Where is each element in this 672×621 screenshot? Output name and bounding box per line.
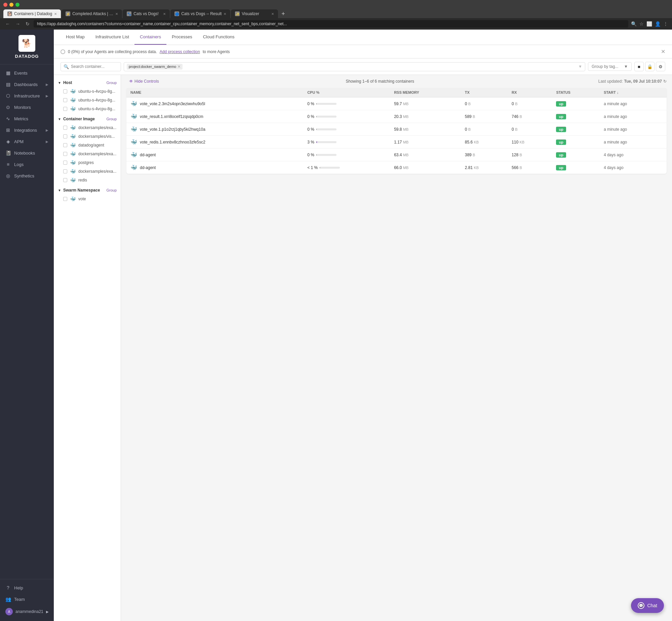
group-action-button[interactable]: Group bbox=[106, 81, 117, 85]
table-row[interactable]: 🐳 vote_result.1.xrri8ocelf1zqsqdp0cm 0 %… bbox=[126, 110, 667, 123]
group-checkbox[interactable] bbox=[63, 143, 67, 147]
minimize-button[interactable] bbox=[9, 3, 13, 7]
group-item-label: postgres bbox=[78, 160, 117, 165]
refresh-icon[interactable]: ↻ bbox=[663, 79, 667, 84]
top-nav-item-containers[interactable]: Containers bbox=[134, 30, 166, 45]
container-icon: 🐳 bbox=[70, 151, 76, 157]
tab-close-button[interactable]: ✕ bbox=[54, 12, 57, 16]
table-row[interactable]: 🐳 vote_redis.1.ennbv8czhnoo3zfe5sc2 3 % … bbox=[126, 136, 667, 149]
group-arrow-icon: ▼ bbox=[58, 189, 61, 192]
sidebar-item-metrics[interactable]: ∿ Metrics bbox=[0, 113, 54, 124]
close-button[interactable] bbox=[3, 3, 7, 7]
group-item[interactable]: 🐳 dockersamples/exa... bbox=[54, 150, 121, 158]
reload-button[interactable]: ↻ bbox=[24, 20, 31, 27]
group-item[interactable]: 🐳 ubuntu-s-4vcpu-8g... bbox=[54, 87, 121, 96]
search-icon[interactable]: 🔍 bbox=[631, 21, 637, 27]
search-container[interactable]: 🔍 bbox=[61, 62, 121, 71]
maximize-button[interactable] bbox=[15, 3, 19, 7]
table-row[interactable]: 🐳 dd-agent < 1 % 66.0 MB 2.81 KB 566 B u… bbox=[126, 161, 667, 174]
sidebar-item-synthetics[interactable]: ◎ Synthetics bbox=[0, 170, 54, 181]
banner-close-button[interactable]: ✕ bbox=[661, 48, 665, 55]
group-item[interactable]: 🐳 vote bbox=[54, 195, 121, 203]
browser-tab-tab3[interactable]: 🐾 Cats vs Dogs! ✕ bbox=[123, 9, 170, 18]
browser-tab-tab5[interactable]: ✨ Visualizer ✕ bbox=[231, 9, 278, 18]
group-item[interactable]: 🐳 postgres bbox=[54, 158, 121, 167]
group-item[interactable]: 🐳 datadog/agent bbox=[54, 141, 121, 150]
group-checkbox[interactable] bbox=[63, 107, 67, 111]
group-section-host: ▼ Host Group 🐳 ubuntu-s-4vcpu-8g... 🐳 ub… bbox=[54, 78, 121, 113]
sidebar-item-infrastructure[interactable]: ⬡ Infrastructure ▶ bbox=[0, 90, 54, 101]
bookmark-icon[interactable]: ☆ bbox=[639, 21, 644, 27]
group-checkbox[interactable] bbox=[63, 89, 67, 93]
group-header-swarm_namespace[interactable]: ▼ Swarm Namespace Group bbox=[54, 186, 121, 195]
rx-unit: B bbox=[519, 166, 522, 170]
group-checkbox[interactable] bbox=[63, 152, 67, 156]
sidebar-item-integrations[interactable]: ⊞ Integrations ▶ bbox=[0, 124, 54, 136]
sidebar-bottom-item-team[interactable]: 👥 Team bbox=[0, 593, 54, 605]
browser-tab-tab1[interactable]: 🐕 Containers | Datadog ✕ bbox=[3, 9, 61, 18]
sidebar-item-logs[interactable]: ≡ Logs bbox=[0, 159, 54, 170]
sidebar-item-dashboards[interactable]: ▤ Dashboards ▶ bbox=[0, 79, 54, 90]
top-nav-item-cloud_functions[interactable]: Cloud Functions bbox=[198, 30, 240, 45]
tab-close-button[interactable]: ✕ bbox=[224, 12, 226, 16]
tab-close-button[interactable]: ✕ bbox=[115, 12, 118, 16]
group-item[interactable]: 🐳 redis bbox=[54, 176, 121, 184]
group-checkbox[interactable] bbox=[63, 161, 67, 165]
top-nav-item-host_map[interactable]: Host Map bbox=[61, 30, 90, 45]
browser-tab-tab2[interactable]: ⚡ Completed Attacks | Grem... ✕ bbox=[62, 9, 122, 18]
settings-button[interactable]: ⚙ bbox=[656, 62, 665, 71]
group-checkbox[interactable] bbox=[63, 169, 67, 173]
sidebar-item-events[interactable]: ▦ Events bbox=[0, 67, 54, 79]
forward-button[interactable]: → bbox=[14, 20, 22, 27]
col-header-start[interactable]: START ↓ bbox=[600, 88, 667, 97]
tab-close-button[interactable]: ✕ bbox=[163, 12, 166, 16]
menu-icon[interactable]: ⋮ bbox=[663, 21, 668, 27]
group-checkbox[interactable] bbox=[63, 178, 67, 182]
new-tab-button[interactable]: + bbox=[279, 9, 288, 18]
group-checkbox[interactable] bbox=[63, 98, 67, 102]
sidebar-item-apm[interactable]: ◈ APM ▶ bbox=[0, 136, 54, 147]
sidebar-item-notebooks[interactable]: 📓 Notebooks bbox=[0, 147, 54, 159]
top-nav-item-infrastructure_list[interactable]: Infrastructure List bbox=[90, 30, 134, 45]
tag-remove-button[interactable]: ✕ bbox=[177, 65, 181, 69]
sidebar-user[interactable]: A anammedina21 ▶ bbox=[0, 605, 54, 618]
sidebar-item-monitors[interactable]: ⊙ Monitors bbox=[0, 101, 54, 113]
url-input[interactable] bbox=[34, 20, 628, 28]
group-header-container_image[interactable]: ▼ Container Image Group bbox=[54, 115, 121, 123]
group-item[interactable]: 🐳 ubuntu-s-4vcpu-8g... bbox=[54, 105, 121, 113]
banner-link[interactable]: Add process collection bbox=[160, 49, 200, 54]
memory-cell: 1.17 MB bbox=[390, 136, 461, 149]
group-action-button[interactable]: Group bbox=[106, 188, 117, 192]
group-action-button[interactable]: Group bbox=[106, 117, 117, 121]
back-button[interactable]: ← bbox=[4, 20, 11, 27]
group-item[interactable]: 🐳 dockersamples/exa... bbox=[54, 123, 121, 132]
group-by-dropdown[interactable]: Group by tag... ▼ bbox=[588, 62, 632, 71]
screenshot-icon[interactable]: ⬜ bbox=[646, 21, 652, 27]
tab-close-button[interactable]: ✕ bbox=[271, 12, 274, 16]
cpu-value: 0 % bbox=[307, 101, 314, 106]
group-checkbox[interactable] bbox=[63, 134, 67, 138]
top-nav-item-processes[interactable]: Processes bbox=[166, 30, 198, 45]
lock-button[interactable]: 🔒 bbox=[645, 62, 655, 71]
chart-view-button[interactable]: ■ bbox=[634, 62, 644, 71]
tx-cell: 0 B bbox=[461, 123, 508, 136]
user-icon[interactable]: 👤 bbox=[655, 21, 661, 27]
container-name: vote_vote.2.3m2s4opn3eziwvhu9o5l bbox=[140, 101, 205, 106]
browser-tab-tab4[interactable]: 🔵 Cats vs Dogs -- Result ✕ bbox=[170, 9, 230, 18]
tag-filter[interactable]: project:docker_swarm_demo ✕ ▼ bbox=[124, 62, 585, 71]
group-checkbox[interactable] bbox=[63, 197, 67, 201]
group-item[interactable]: 🐳 dockersamples/vis... bbox=[54, 132, 121, 141]
group-checkbox[interactable] bbox=[63, 126, 67, 130]
lock-icon: 🔒 bbox=[647, 64, 653, 69]
search-input[interactable] bbox=[71, 64, 118, 69]
group-header-host[interactable]: ▼ Host Group bbox=[54, 78, 121, 87]
group-item[interactable]: 🐳 ubuntu-s-4vcpu-8g... bbox=[54, 96, 121, 105]
table-row[interactable]: 🐳 dd-agent 0 % 63.4 MB 389 B 128 B up bbox=[126, 149, 667, 161]
chat-button[interactable]: 💬 Chat bbox=[631, 598, 664, 613]
tag-filter-arrow[interactable]: ▼ bbox=[578, 64, 582, 69]
table-row[interactable]: 🐳 vote_vote.2.3m2s4opn3eziwvhu9o5l 0 % 5… bbox=[126, 97, 667, 110]
group-item[interactable]: 🐳 dockersamples/exa... bbox=[54, 167, 121, 176]
hide-controls-button[interactable]: 👁 Hide Controls bbox=[126, 78, 162, 85]
sidebar-bottom-item-help[interactable]: ? Help bbox=[0, 582, 54, 593]
table-row[interactable]: 🐳 vote_vote.1.p1o2rzj1qby5ki2hwq10a 0 % … bbox=[126, 123, 667, 136]
